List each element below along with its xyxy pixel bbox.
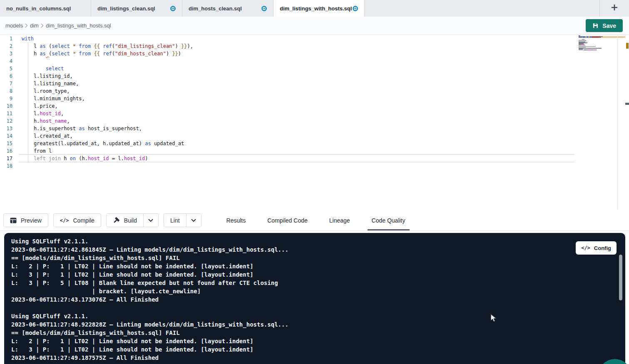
code-brackets-icon: </> [60, 218, 69, 223]
save-button[interactable]: Save [586, 19, 623, 32]
line-number[interactable]: 9 [0, 95, 12, 102]
editor-tab-bar: no_nulls_in_columns.sqldim_listings_clea… [0, 0, 629, 17]
line-number[interactable]: 7 [0, 80, 12, 87]
code-line[interactable]: 12 h.host_name, [0, 117, 576, 125]
panel-tab-code-quality[interactable]: Code Quality [370, 210, 407, 230]
code-line[interactable]: 1with [0, 35, 576, 42]
code-line-text: l.price, [22, 102, 58, 110]
line-number[interactable]: 13 [0, 125, 12, 132]
code-line[interactable]: 16 from l [0, 147, 576, 155]
new-tab-button[interactable] [599, 0, 629, 17]
code-line-text: l as (select * from {{ ref("dim_listings… [22, 42, 193, 50]
line-number[interactable]: 2 [0, 42, 12, 50]
editor-tab-label: dim_hosts_clean.sql [189, 5, 242, 12]
breadcrumb-item[interactable]: dim [30, 22, 39, 29]
terminal-scrollbar-thumb[interactable] [619, 255, 622, 300]
hammer-icon [113, 217, 120, 224]
save-button-label: Save [602, 22, 616, 29]
code-line-text: left join h on (h.host_id = l.host_id) [22, 155, 148, 162]
code-line-text: greatest(l.updated_at, h.updated_at) as … [22, 140, 184, 147]
overview-ruler-warning-mark [626, 43, 629, 49]
code-line[interactable]: 18 [0, 162, 576, 170]
code-line[interactable]: 2 l as (select * from {{ ref("dim_listin… [0, 42, 576, 50]
editor-tab[interactable]: dim_listings_clean.sql [91, 0, 182, 17]
code-line[interactable]: 10 l.price, [0, 102, 576, 110]
preview-button[interactable]: Preview [3, 213, 48, 227]
build-split-button: Build [106, 213, 159, 227]
line-number[interactable]: 5 [0, 65, 12, 72]
line-number[interactable]: 3 [0, 50, 12, 57]
code-brackets-icon: </> [581, 245, 590, 251]
code-line-text: l.host_id, [22, 110, 64, 117]
code-area[interactable]: 1with2 l as (select * from {{ ref("dim_l… [0, 35, 576, 170]
line-number[interactable]: 1 [0, 35, 12, 42]
build-dropdown-button[interactable] [143, 214, 158, 227]
line-number[interactable]: 17 [0, 155, 12, 162]
chevron-right-icon [41, 23, 44, 28]
build-button[interactable]: Build [107, 214, 143, 227]
code-line-text: h.host_name, [22, 117, 70, 125]
code-line[interactable]: 5 select [0, 65, 576, 72]
editor-tab[interactable]: no_nulls_in_columns.sql [0, 0, 91, 17]
minimap[interactable] [579, 35, 617, 52]
code-line-text: from l [22, 147, 52, 155]
config-button[interactable]: </> Config [576, 241, 617, 255]
code-line[interactable]: 3 h as (select * from {{ ref("dim_hosts_… [0, 50, 576, 57]
editor-tab[interactable]: dim_hosts_clean.sql [182, 0, 273, 17]
code-line-text: l.listing_id, [22, 72, 73, 80]
unsaved-indicator-icon[interactable] [261, 6, 267, 11]
editor-tab[interactable]: dim_listings_with_hosts.sql [273, 0, 365, 17]
editor-tab-label: no_nulls_in_columns.sql [6, 5, 71, 12]
code-line[interactable]: 4 [0, 57, 576, 65]
code-line-text: select [22, 65, 64, 72]
chevron-down-icon [191, 219, 196, 222]
line-number[interactable]: 12 [0, 117, 12, 125]
result-panel-tabs: ResultsCompiled CodeLineageCode Quality [225, 210, 407, 230]
code-line-text: l.room_type, [22, 87, 70, 95]
code-line[interactable]: 14 l.created_at, [0, 132, 576, 140]
code-line[interactable]: 8 l.room_type, [0, 87, 576, 95]
breadcrumb-item[interactable]: models [5, 22, 23, 29]
code-line[interactable]: 15 greatest(l.updated_at, h.updated_at) … [0, 140, 576, 147]
lint-button[interactable]: Lint [164, 214, 186, 227]
line-number[interactable]: 14 [0, 132, 12, 140]
build-button-label: Build [124, 217, 137, 224]
panel-tab-lineage[interactable]: Lineage [328, 210, 352, 230]
lint-button-label: Lint [170, 217, 180, 224]
editor-tab-label: dim_listings_clean.sql [97, 5, 155, 12]
code-line-text: l.created_at, [22, 132, 73, 140]
line-number[interactable]: 6 [0, 72, 12, 80]
code-line-text: with [22, 35, 34, 42]
line-number[interactable]: 18 [0, 162, 12, 170]
terminal-output: Using SQLFluff v2.1.1. 2023-06-06T11:27:… [4, 233, 625, 362]
overview-ruler-divider [617, 35, 618, 210]
line-number[interactable]: 15 [0, 140, 12, 147]
code-editor[interactable]: 1with2 l as (select * from {{ ref("dim_l… [0, 35, 629, 210]
lint-dropdown-button[interactable] [186, 214, 201, 227]
panel-tab-results[interactable]: Results [225, 210, 248, 230]
code-line[interactable]: 13 h.is_superhost as host_is_superhost, [0, 125, 576, 132]
unsaved-indicator-icon[interactable] [353, 6, 358, 11]
breadcrumb-item[interactable]: dim_listings_with_hosts.sql [46, 22, 111, 29]
chevron-right-icon [25, 23, 28, 28]
compile-button[interactable]: </> Compile [53, 213, 101, 227]
code-line[interactable]: 9 l.minimum_nights, [0, 95, 576, 102]
code-line[interactable]: 7 l.listing_name, [0, 80, 576, 87]
unsaved-indicator-icon[interactable] [170, 6, 176, 11]
code-line[interactable]: 11 l.host_id, [0, 110, 576, 117]
line-number[interactable]: 16 [0, 147, 12, 155]
code-line[interactable]: 17 left join h on (h.host_id = l.host_id… [0, 155, 576, 162]
line-number[interactable]: 10 [0, 102, 12, 110]
code-line[interactable]: 6 l.listing_id, [0, 72, 576, 80]
chevron-down-icon [148, 219, 153, 222]
table-grid-icon [10, 218, 17, 223]
config-button-label: Config [594, 245, 611, 251]
panel-tab-compiled-code[interactable]: Compiled Code [266, 210, 309, 230]
line-number[interactable]: 8 [0, 87, 12, 95]
mouse-cursor-icon [490, 314, 497, 324]
line-number[interactable]: 11 [0, 110, 12, 117]
editor-tab-label: dim_listings_with_hosts.sql [280, 5, 352, 12]
line-number[interactable]: 4 [0, 57, 12, 65]
overview-ruler-cursor-mark [625, 103, 629, 105]
tab-bar-spacer [365, 0, 599, 17]
